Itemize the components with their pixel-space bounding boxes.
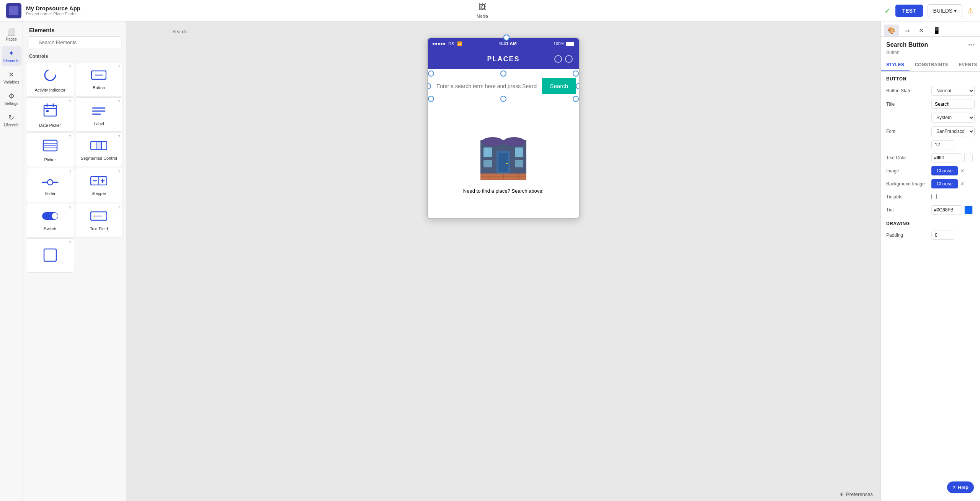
- help-icon-textfield[interactable]: ?: [118, 205, 120, 210]
- control-stepper[interactable]: ? Stepper: [75, 168, 123, 202]
- text-color-swatch[interactable]: [964, 154, 973, 162]
- selection-handle-br[interactable]: [573, 96, 579, 102]
- rp-title-label: Title: [886, 102, 928, 107]
- title-input[interactable]: [931, 100, 975, 109]
- builds-button[interactable]: BUILDS ▾: [928, 4, 962, 17]
- font-name-select[interactable]: SanFranciscoText-Reg SanFranciscoText-Bo…: [931, 126, 975, 136]
- button-label: Button: [93, 85, 105, 90]
- warning-icon: ⚠: [967, 6, 974, 15]
- text-color-input[interactable]: [931, 153, 962, 162]
- tintable-checkbox[interactable]: [931, 194, 937, 199]
- sidebar-item-elements[interactable]: ✦ Elements: [2, 46, 21, 66]
- svg-rect-39: [498, 153, 508, 172]
- rp-icon-device[interactable]: 📱: [929, 25, 944, 36]
- status-dots: [433, 43, 445, 45]
- svg-point-0: [45, 70, 56, 80]
- selection-handle-sl[interactable]: [427, 83, 431, 89]
- sidebar-item-pages[interactable]: ⬜ Pages: [2, 25, 21, 44]
- status-left: DS 📶: [433, 41, 462, 46]
- font-family-select[interactable]: System Custom: [931, 113, 975, 123]
- control-picker[interactable]: ? Picker: [26, 133, 74, 167]
- bg-image-clear-button[interactable]: ✕: [960, 181, 965, 187]
- control-label[interactable]: ? Label: [75, 97, 123, 132]
- picker-label: Picker: [44, 157, 56, 162]
- selection-handle-ml[interactable]: [428, 70, 434, 77]
- help-icon-switch[interactable]: ?: [69, 205, 71, 210]
- rp-tintable-label: Tintable: [886, 194, 928, 200]
- preferences-bar[interactable]: ⊞ Preferences: [840, 491, 873, 497]
- phone-search-row: Search: [428, 78, 579, 94]
- font-size-input[interactable]: [931, 140, 954, 149]
- help-icon-button[interactable]: ?: [118, 64, 120, 69]
- text-field-icon: [90, 211, 107, 223]
- help-icon-segmented[interactable]: ?: [118, 134, 120, 139]
- rp-button-state-value: Normal Highlighted Disabled Selected: [931, 86, 975, 96]
- control-switch[interactable]: ? Switch: [26, 203, 74, 237]
- rp-padding-label: Padding: [886, 232, 928, 238]
- selection-handle-mm[interactable]: [500, 70, 506, 77]
- help-icon-datepicker[interactable]: ?: [69, 99, 71, 104]
- rp-title-row: Search Button •••: [881, 37, 980, 50]
- svg-rect-35: [483, 160, 492, 167]
- rp-icon-styles[interactable]: 🎨: [884, 25, 899, 36]
- rp-tint-label: Tint: [886, 207, 928, 213]
- rp-font-label: Font: [886, 129, 928, 134]
- button-state-select[interactable]: Normal Highlighted Disabled Selected: [931, 86, 975, 96]
- selection-handle-bm[interactable]: [500, 96, 506, 102]
- picker-icon: [42, 139, 58, 154]
- sidebar-item-lifecycle[interactable]: ↻ Lifecycle: [2, 110, 21, 130]
- help-icon-activity[interactable]: ?: [69, 64, 71, 69]
- help-icon-stepper[interactable]: ?: [118, 170, 120, 174]
- control-extra[interactable]: ?: [26, 238, 74, 273]
- control-activity-indicator[interactable]: ? Activity Indicator: [26, 62, 74, 97]
- selection-handle-tr[interactable]: [503, 34, 510, 41]
- control-date-picker[interactable]: ? Date Picker: [26, 97, 74, 132]
- control-button[interactable]: ? Button: [75, 62, 123, 97]
- tab-events[interactable]: EVENTS: [953, 59, 980, 71]
- slider-label: Slider: [45, 191, 56, 196]
- help-icon-extra[interactable]: ?: [69, 240, 71, 245]
- slider-icon: [42, 176, 59, 188]
- date-picker-label: Date Picker: [39, 123, 61, 128]
- help-icon-label[interactable]: ?: [118, 99, 120, 104]
- app-logo: [6, 3, 21, 18]
- rp-text-color-row: Text Color: [881, 151, 980, 164]
- phone-search-input[interactable]: [431, 79, 542, 94]
- tab-styles[interactable]: STYLES: [881, 59, 910, 71]
- icon-sidebar: ⬜ Pages ✦ Elements ✕ Variables ⚙ Setting…: [0, 21, 23, 501]
- selection-handle-bl[interactable]: [428, 96, 434, 102]
- selection-handle-mr[interactable]: [573, 70, 579, 77]
- activity-indicator-icon: [43, 68, 57, 85]
- search-elements-input[interactable]: [28, 36, 121, 48]
- rp-icon-tree[interactable]: ⇒: [901, 25, 913, 36]
- phone-search-button[interactable]: Search: [542, 78, 576, 94]
- sidebar-item-variables[interactable]: ✕ Variables: [2, 67, 21, 87]
- selection-handle-sr[interactable]: [576, 83, 580, 89]
- tab-constraints[interactable]: CONSTRAINTS: [910, 59, 954, 71]
- tint-color-input[interactable]: [931, 205, 962, 214]
- control-slider[interactable]: ? Slider: [26, 168, 74, 202]
- padding-input[interactable]: [931, 231, 954, 240]
- phone-nav-title: PLACES: [487, 55, 519, 63]
- main-layout: ⬜ Pages ✦ Elements ✕ Variables ⚙ Setting…: [0, 21, 980, 501]
- bg-image-choose-button[interactable]: Choose: [931, 179, 958, 188]
- sidebar-item-settings[interactable]: ⚙ Settings: [2, 89, 21, 109]
- rp-bg-image-row: Background Image Choose ✕: [881, 177, 980, 190]
- test-button[interactable]: TEST: [895, 5, 923, 17]
- help-icon-picker[interactable]: ?: [69, 134, 71, 139]
- rp-icon-code[interactable]: ✕: [915, 25, 928, 36]
- svg-point-40: [506, 163, 508, 164]
- help-button[interactable]: ? Help: [947, 481, 974, 493]
- label-el-label: Label: [94, 121, 104, 126]
- image-choose-button[interactable]: Choose: [931, 166, 958, 175]
- control-segmented-control[interactable]: ? Segmented Control: [75, 133, 123, 167]
- svg-rect-34: [483, 147, 492, 157]
- tint-color-swatch[interactable]: [964, 206, 973, 214]
- building-illustration: [477, 128, 530, 182]
- rp-more-button[interactable]: •••: [968, 41, 975, 48]
- rp-button-section-label: BUTTON: [881, 72, 980, 84]
- control-text-field[interactable]: ? Text Field: [75, 203, 123, 237]
- help-icon-slider[interactable]: ?: [69, 170, 71, 174]
- image-clear-button[interactable]: ✕: [960, 168, 965, 174]
- rp-title-row-field: Title: [881, 98, 980, 111]
